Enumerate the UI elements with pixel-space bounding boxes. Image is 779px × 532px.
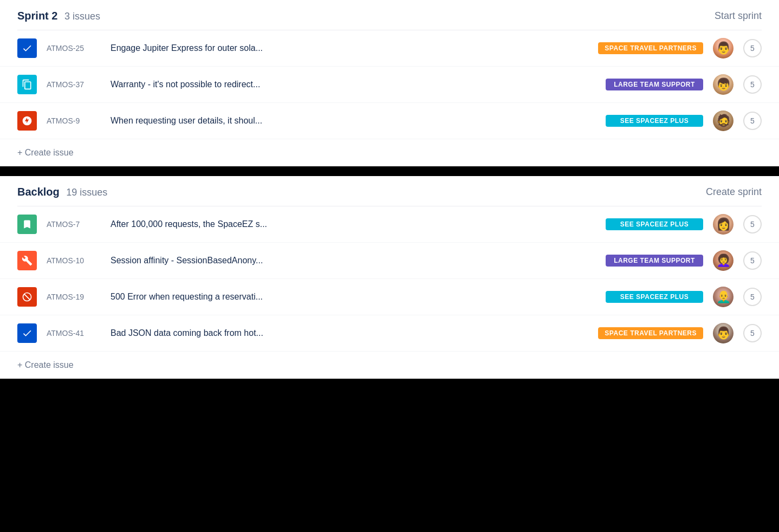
backlog-issue-row[interactable]: ATMOS-19 500 Error when requesting a res… [0, 279, 779, 315]
issue-id: ATMOS-41 [47, 329, 101, 338]
story-points: 5 [743, 324, 762, 342]
assignee-avatar: 👨 [713, 323, 733, 343]
issue-title: When requesting user details, it shoul..… [111, 116, 596, 126]
issue-title: Bad JSON data coming back from hot... [111, 328, 588, 338]
issue-title: Engage Jupiter Express for outer sola... [111, 43, 588, 53]
story-points: 5 [743, 288, 762, 306]
issue-tag: SPACE TRAVEL PARTNERS [598, 327, 703, 339]
start-sprint-button[interactable]: Start sprint [715, 10, 762, 22]
issue-tag: LARGE TEAM SUPPORT [606, 255, 703, 267]
assignee-avatar: 👩 [713, 214, 733, 235]
assignee-avatar: 👨‍🦲 [713, 287, 733, 307]
sprint-issue-row[interactable]: ATMOS-37 Warranty - it's not possible to… [0, 67, 779, 103]
issue-icon-copy [17, 75, 37, 94]
issue-title: Session affinity - SessionBasedAnony... [111, 256, 596, 265]
sprint-title: Sprint 2 3 issues [17, 10, 100, 22]
backlog-issue-row[interactable]: ATMOS-41 Bad JSON data coming back from … [0, 315, 779, 352]
issue-id: ATMOS-19 [47, 293, 101, 301]
issue-id: ATMOS-10 [47, 256, 101, 265]
sprint-issue-row[interactable]: ATMOS-9 When requesting user details, it… [0, 103, 779, 139]
assignee-avatar: 👦 [713, 74, 733, 95]
issue-tag: LARGE TEAM SUPPORT [606, 79, 703, 90]
issue-tag: SPACE TRAVEL PARTNERS [598, 42, 703, 54]
section-separator [0, 166, 779, 176]
backlog-header: Backlog 19 issues Create sprint [0, 176, 779, 206]
issue-id: ATMOS-7 [47, 220, 101, 229]
issue-tag: SEE SPACEEZ PLUS [606, 218, 703, 230]
backlog-title: Backlog 19 issues [17, 186, 107, 198]
issue-icon-block [17, 111, 37, 131]
create-sprint-button[interactable]: Create sprint [706, 186, 762, 198]
issue-tag: SEE SPACEEZ PLUS [606, 115, 703, 127]
backlog-issue-row[interactable]: ATMOS-7 After 100,000 requests, the Spac… [0, 206, 779, 243]
issue-id: ATMOS-37 [47, 80, 101, 89]
issue-id: ATMOS-25 [47, 44, 101, 53]
sprint-header: Sprint 2 3 issues Start sprint [0, 0, 779, 30]
backlog-create-issue[interactable]: + Create issue [0, 352, 91, 379]
issue-title: Warranty - it's not possible to redirect… [111, 80, 596, 89]
story-points: 5 [743, 75, 762, 94]
assignee-avatar: 👨 [713, 38, 733, 59]
issue-id: ATMOS-9 [47, 116, 101, 125]
backlog-section: Backlog 19 issues Create sprint ATMOS-7 … [0, 176, 779, 379]
story-points: 5 [743, 112, 762, 130]
issue-title: After 100,000 requests, the SpaceEZ s... [111, 219, 596, 229]
issue-icon-block [17, 287, 37, 307]
story-points: 5 [743, 251, 762, 270]
issue-icon-wrench [17, 251, 37, 270]
story-points: 5 [743, 215, 762, 233]
assignee-avatar: 👩‍🦱 [713, 250, 733, 271]
issue-icon-checkmark [17, 323, 37, 343]
backlog-issue-row[interactable]: ATMOS-10 Session affinity - SessionBased… [0, 243, 779, 279]
sprint-create-issue[interactable]: + Create issue [0, 139, 91, 166]
issue-title: 500 Error when requesting a reservati... [111, 292, 596, 302]
sprint-issue-row[interactable]: ATMOS-25 Engage Jupiter Express for oute… [0, 30, 779, 67]
issue-icon-bookmark [17, 215, 37, 234]
issue-tag: SEE SPACEEZ PLUS [606, 291, 703, 303]
story-points: 5 [743, 39, 762, 57]
sprint-section: Sprint 2 3 issues Start sprint ATMOS-25 … [0, 0, 779, 166]
issue-icon-checkmark [17, 38, 37, 58]
assignee-avatar: 🧔 [713, 111, 733, 131]
